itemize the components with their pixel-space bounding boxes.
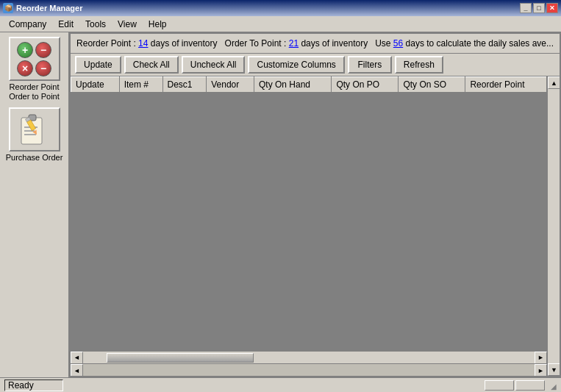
reorder-point-button[interactable]: + − × − Reorder Point Order to Point [3,37,65,101]
purchase-order-label: Purchase Order [6,153,63,163]
hscroll2-track [83,364,535,376]
scroll-down-arrow[interactable]: ▼ [548,363,560,376]
main-container: + − × − Reorder Point Order to Point [0,32,561,377]
decrease-reorder-btn[interactable]: − [35,60,51,76]
menu-edit[interactable]: Edit [52,18,79,31]
uncheck-all-button[interactable]: Uncheck All [182,56,246,74]
col-qty-on-hand[interactable]: Qty On Hand [254,77,332,93]
reorder-label-text: Reorder Point Order to Point [9,82,59,101]
close-button[interactable]: ✕ [546,3,558,13]
col-update[interactable]: Update [71,77,120,93]
hscroll2-right-arrow[interactable]: ► [535,364,547,376]
purchase-order-button[interactable]: Purchase Order [3,107,65,163]
pm-grid: + − × − [12,38,56,81]
status-right: ◢ [485,380,557,391]
horizontal-scrollbar-1[interactable]: ◄ ► [71,351,547,363]
table-header-row: Update Item # Desc1 Vendor Qty On Hand Q… [71,77,547,93]
check-all-button[interactable]: Check All [124,56,179,74]
title-bar: 📦 Reorder Manager _ □ ✕ [0,0,561,16]
update-button[interactable]: Update [75,56,121,74]
days-inventory-1: days of inventory [151,38,218,49]
clear-reorder-btn[interactable]: × [17,60,33,76]
reorder-point-value[interactable]: 14 [138,38,148,49]
minimize-button[interactable]: _ [520,3,532,13]
col-qty-on-so[interactable]: Qty On SO [399,77,465,93]
status-text: Ready [8,380,34,391]
hscroll-left-arrow[interactable]: ◄ [71,352,83,364]
title-bar-left: 📦 Reorder Manager [3,3,82,13]
data-table: Update Item # Desc1 Vendor Qty On Hand Q… [71,76,547,93]
remove-reorder-btn[interactable]: − [35,42,51,58]
svg-rect-4 [24,134,36,135]
horizontal-scrollbar-2[interactable]: ◄ ► [71,363,547,376]
app-icon: 📦 [3,3,13,13]
col-item-num[interactable]: Item # [119,77,162,93]
status-btn-1 [485,380,514,391]
add-reorder-btn[interactable]: + [17,42,33,58]
col-reorder-point[interactable]: Reorder Point [465,77,547,93]
hscroll-track [83,352,535,363]
menu-help[interactable]: Help [143,18,173,31]
title-bar-buttons: _ □ ✕ [520,3,558,13]
vscroll-thumb [548,89,560,363]
reorder-point-icon: + − × − [9,37,60,81]
po-svg-icon [15,112,54,147]
col-desc1[interactable]: Desc1 [162,77,207,93]
reorder-point-label-text: Reorder Point : [76,38,136,49]
days-inventory-2: days of inventory [301,38,368,49]
content-area: Reorder Point : 14 days of inventory Ord… [69,32,561,377]
hscroll-right-arrow[interactable]: ► [535,352,547,364]
col-vendor[interactable]: Vendor [207,77,254,93]
table-header: Update Item # Desc1 Vendor Qty On Hand Q… [71,77,547,93]
menu-view[interactable]: View [112,18,143,31]
info-bar: Reorder Point : 14 days of inventory Ord… [71,34,560,54]
purchase-order-icon [9,107,60,152]
menu-company[interactable]: Company [3,18,52,31]
order-to-point-label: Order To Point : [225,38,287,49]
hscroll2-left-arrow[interactable]: ◄ [71,364,83,376]
table-container: Update Item # Desc1 Vendor Qty On Hand Q… [71,76,547,351]
scroll-up-arrow[interactable]: ▲ [548,76,560,89]
customize-columns-button[interactable]: Customize Columns [248,56,344,74]
status-btn-2 [515,380,545,391]
maximize-button[interactable]: □ [533,3,545,13]
filters-button[interactable]: Filters [348,56,392,74]
use-value[interactable]: 56 [393,38,403,49]
use-suffix: days to calculate the daily sales ave... [406,38,554,49]
resize-grip: ◢ [546,380,557,391]
menu-tools[interactable]: Tools [79,18,112,31]
toolbar: Update Check All Uncheck All Customize C… [71,54,560,76]
col-qty-on-po[interactable]: Qty On PO [332,77,399,93]
status-bar: Ready ◢ [0,377,561,392]
menu-bar: Company Edit Tools View Help [0,16,561,32]
sidebar: + − × − Reorder Point Order to Point [0,32,69,377]
window-title: Reorder Manager [16,4,82,13]
empty-table-area [71,93,547,350]
vertical-scrollbar[interactable]: ▲ ▼ [547,76,560,376]
reorder-point-label: Reorder Point Order to Point [9,82,59,101]
use-label: Use [375,38,390,49]
refresh-button[interactable]: Refresh [395,56,443,74]
order-to-point-value[interactable]: 21 [289,38,299,49]
hscroll-thumb [107,353,254,363]
svg-rect-3 [24,130,35,132]
status-text-panel: Ready [4,379,63,391]
